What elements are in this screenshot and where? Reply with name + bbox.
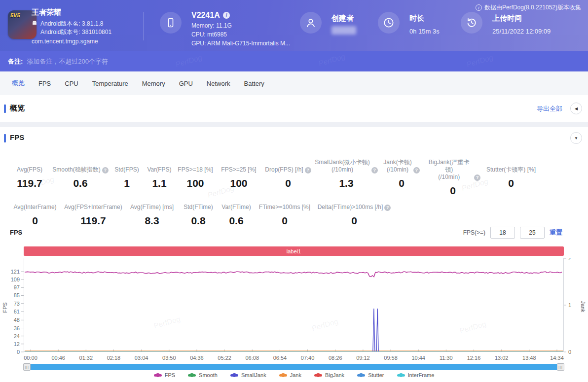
stat-label: Avg(FTime) [ms] <box>130 196 174 211</box>
svg-text:Jank: Jank <box>580 301 586 313</box>
stat-label: Var(FPS) <box>147 159 171 174</box>
export-all-link[interactable]: 导出全部 <box>537 104 562 113</box>
fps-chart-svg[interactable]: 0122436486173859710912101200:0000:4601:3… <box>0 258 588 364</box>
legend-label: SmallJank <box>241 372 266 378</box>
legend-marker <box>230 374 238 377</box>
svg-text:0: 0 <box>17 349 20 355</box>
svg-text:03:04: 03:04 <box>135 355 148 361</box>
stat-label: Drop(FPS) [/h]? <box>265 159 311 174</box>
info-icon: i <box>476 4 482 11</box>
svg-text:13:02: 13:02 <box>495 355 509 361</box>
card-gap <box>0 122 588 127</box>
stat-label: BigJank(严重卡顿) (/10min)? <box>425 159 480 181</box>
legend-item-fps[interactable]: FPS <box>154 372 175 378</box>
stat-item: SmallJank(微小卡顿) (/10min)?1.3 <box>315 159 378 197</box>
duration-label: 时长 <box>409 14 424 23</box>
stat-value: 0 <box>285 177 291 189</box>
svg-text:121: 121 <box>11 269 20 275</box>
fps-stats-row-1: Avg(FPS)119.7Smooth(稳帧指数)?0.6Std(FPS)1Va… <box>8 159 542 197</box>
watermark: PerfDog <box>175 53 203 69</box>
stat-item: FPS>=25 [%]100 <box>216 159 261 197</box>
stat-item: Var(FPS)1.1 <box>144 159 175 197</box>
device-model: V2241A <box>191 11 220 20</box>
chart-scrollbar[interactable]: ||| ||| <box>24 364 564 370</box>
overview-card: 概览 导出全部 ◀ <box>0 95 588 122</box>
svg-text:00:00: 00:00 <box>24 355 37 361</box>
scrollbar-grip-left[interactable]: ||| <box>23 363 31 371</box>
svg-text:24: 24 <box>14 333 20 339</box>
legend-item-stutter[interactable]: Stutter <box>357 372 384 378</box>
legend-item-interframe[interactable]: InterFrame <box>397 372 435 378</box>
fps-threshold-max-input[interactable] <box>520 227 545 239</box>
stat-item: FTime>=100ms [%]0 <box>256 196 314 227</box>
legend-label: Jank <box>290 372 301 378</box>
stat-item: Smooth(稳帧指数)?0.6 <box>51 159 110 197</box>
svg-text:14:34: 14:34 <box>550 355 564 361</box>
svg-text:PerfDog: PerfDog <box>459 319 487 335</box>
legend-marker <box>357 374 365 377</box>
help-icon[interactable]: ? <box>384 205 391 211</box>
tab-temperature[interactable]: Temperature <box>85 80 135 87</box>
help-icon[interactable]: ? <box>371 167 378 174</box>
help-icon[interactable]: ? <box>102 167 109 174</box>
app-package: com.tencent.tmgp.sgame <box>32 38 98 45</box>
device-gpu: GPU: ARM Mali-G715-Immortalis M... <box>191 40 290 47</box>
svg-text:PerfDog: PerfDog <box>153 314 182 330</box>
stat-value: 100 <box>186 177 204 189</box>
chevron-left-icon: ◀ <box>575 106 578 111</box>
tab-memory[interactable]: Memory <box>135 80 172 87</box>
stat-label: Std(FPS) <box>114 159 139 174</box>
collector-version-note: i 数据由PerfDog(8.0.221052)版本收集 <box>476 3 581 12</box>
note-placeholder[interactable]: 添加备注，不超过200个字符 <box>27 57 108 66</box>
stat-item: FPS>=18 [%]100 <box>175 159 216 197</box>
stat-item: Var(FTime)0.6 <box>217 196 256 227</box>
section-accent-bar <box>4 104 6 113</box>
stat-value: 0.8 <box>191 215 205 227</box>
help-icon[interactable]: ? <box>305 167 311 174</box>
scrollbar-grip-right[interactable]: ||| <box>557 363 564 371</box>
fps-chart-corner-label: FPS <box>10 229 22 236</box>
svg-text:85: 85 <box>14 292 20 298</box>
svg-text:02:18: 02:18 <box>107 355 121 361</box>
device-cpu: CPU: mt6985 <box>191 31 227 38</box>
stat-value: 0 <box>282 215 288 227</box>
stat-label: Std(FTime) <box>184 196 213 211</box>
android-icon <box>32 20 37 27</box>
help-icon[interactable]: ? <box>474 174 480 181</box>
tab-fps[interactable]: FPS <box>32 80 58 87</box>
collapse-fps-section-button[interactable]: ▼ <box>570 132 582 144</box>
stat-label: Avg(InterFrame) <box>13 196 56 211</box>
tab-overview[interactable]: 概览 <box>5 79 32 88</box>
watermark: PerfDog <box>318 52 346 68</box>
legend-item-smalljank[interactable]: SmallJank <box>230 372 266 378</box>
svg-text:06:54: 06:54 <box>273 355 287 361</box>
note-bar[interactable]: 备注: 添加备注，不超过200个字符 PerfDog PerfDog PerfD… <box>0 51 588 71</box>
device-info-icon[interactable]: i <box>223 12 230 19</box>
creator-name-redacted <box>331 26 356 35</box>
chart-annotation-band: label1 <box>24 246 564 256</box>
legend-label: FPS <box>165 372 175 378</box>
legend-item-bigjank[interactable]: BigJank <box>314 372 344 378</box>
stat-item: Jank(卡顿) (/10min)?0 <box>378 159 425 197</box>
svg-text:01:32: 01:32 <box>79 355 93 361</box>
tab-network[interactable]: Network <box>200 80 237 87</box>
tab-gpu[interactable]: GPU <box>172 80 200 87</box>
creator-label: 创建者 <box>331 14 354 23</box>
collector-version-text: 数据由PerfDog(8.0.221052)版本收集 <box>484 3 581 12</box>
tab-battery[interactable]: Battery <box>237 80 271 87</box>
reset-button[interactable]: 重置 <box>550 228 562 237</box>
legend-item-smooth[interactable]: Smooth <box>188 372 218 378</box>
fps-stats-row-2: Avg(InterFrame)0Avg(FPS+InterFrame)119.7… <box>8 196 395 227</box>
help-icon[interactable]: ? <box>413 167 420 174</box>
chart-legend: FPSSmoothSmallJankJankBigJankStutterInte… <box>0 372 588 378</box>
phone-icon <box>160 12 182 34</box>
tab-cpu[interactable]: CPU <box>58 80 85 87</box>
fps-threshold-min-input[interactable] <box>490 227 515 239</box>
collapse-panel-button[interactable]: ◀ <box>570 103 582 114</box>
legend-item-jank[interactable]: Jank <box>279 372 301 378</box>
svg-text:12: 12 <box>14 341 20 347</box>
watermark: PerfDog <box>466 53 494 69</box>
app-name: 王者荣耀 <box>32 8 61 17</box>
chevron-down-icon: ▼ <box>574 136 578 140</box>
android-version-code: Android版本号: 381010801 <box>40 28 111 36</box>
